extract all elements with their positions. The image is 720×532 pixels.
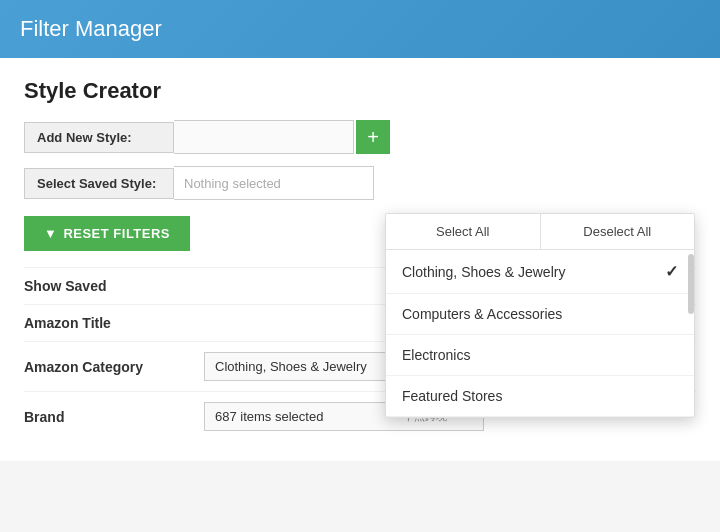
- reset-filters-label: RESET FILTERS: [63, 226, 170, 241]
- dropdown-item-clothing-label: Clothing, Shoes & Jewelry: [402, 264, 565, 280]
- dropdown-actions: Select All Deselect All: [386, 214, 694, 250]
- checkmark-icon: ✓: [665, 262, 678, 281]
- amazon-category-value: Clothing, Shoes & Jewelry: [215, 359, 367, 374]
- brand-label: Brand: [24, 409, 204, 425]
- add-style-label: Add New Style:: [24, 122, 174, 153]
- plus-icon: +: [367, 126, 379, 149]
- select-style-row: Select Saved Style: Nothing selected: [24, 166, 696, 200]
- dropdown-item-electronics-label: Electronics: [402, 347, 470, 363]
- dropdown-item-computers[interactable]: Computers & Accessories: [386, 294, 694, 335]
- scrollbar[interactable]: [688, 254, 694, 314]
- filter-icon: ▼: [44, 226, 57, 241]
- amazon-category-label: Amazon Category: [24, 359, 204, 375]
- app-title: Filter Manager: [20, 16, 162, 41]
- brand-value: 687 items selected: [215, 409, 323, 424]
- reset-filters-button[interactable]: ▼ RESET FILTERS: [24, 216, 190, 251]
- main-content: Style Creator Add New Style: + Select Sa…: [0, 58, 720, 461]
- show-saved-label: Show Saved: [24, 278, 204, 294]
- dropdown-item-featured-label: Featured Stores: [402, 388, 502, 404]
- section-title: Style Creator: [24, 78, 696, 104]
- add-style-row: Add New Style: +: [24, 120, 696, 154]
- dropdown-item-computers-label: Computers & Accessories: [402, 306, 562, 322]
- deselect-all-button[interactable]: Deselect All: [541, 214, 695, 249]
- select-all-button[interactable]: Select All: [386, 214, 541, 249]
- select-style-dropdown[interactable]: Nothing selected: [174, 166, 374, 200]
- dropdown-item-featured[interactable]: Featured Stores: [386, 376, 694, 417]
- add-style-button[interactable]: +: [356, 120, 390, 154]
- amazon-title-label: Amazon Title: [24, 315, 204, 331]
- select-style-label: Select Saved Style:: [24, 168, 174, 199]
- add-style-input[interactable]: [174, 120, 354, 154]
- dropdown-item-clothing[interactable]: Clothing, Shoes & Jewelry ✓: [386, 250, 694, 294]
- select-placeholder-text: Nothing selected: [184, 176, 281, 191]
- category-dropdown-panel: Select All Deselect All Clothing, Shoes …: [385, 213, 695, 418]
- app-header: Filter Manager: [0, 0, 720, 58]
- dropdown-item-electronics[interactable]: Electronics: [386, 335, 694, 376]
